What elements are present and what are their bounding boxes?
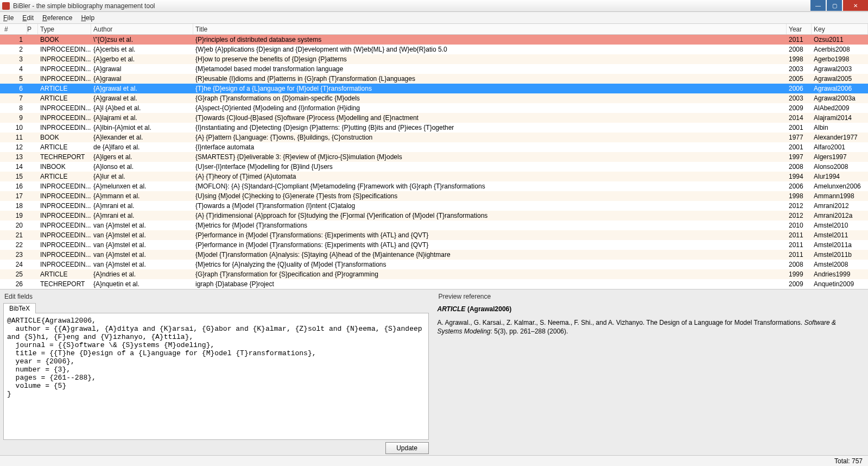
cell-col-title: {M}etrics for {A}nalyzing the {Q}uality … [193, 261, 787, 268]
menubar: File Edit Reference Help [0, 12, 868, 24]
table-row[interactable]: 11BOOK{A}lexander et al.{A} {P}attern {L… [0, 133, 868, 142]
cell-col-type: INPROCEEDIN... [38, 261, 91, 268]
cell-col-type: BOOK [38, 36, 91, 43]
menu-help[interactable]: Help [81, 14, 94, 22]
cell-col-author: van {A}mstel et al. [91, 251, 193, 259]
cell-col-type: TECHREPORT [38, 280, 91, 288]
table-row[interactable]: 16INPROCEEDIN...{A}melunxen et al.{MOFLO… [0, 181, 868, 191]
col-author[interactable]: Author [91, 24, 193, 34]
table-row[interactable]: 17INPROCEEDIN...{A}mmann et al.{U}sing {… [0, 191, 868, 201]
cell-col-author: {A}lajrami et al. [91, 114, 193, 122]
cell-col-key: Agrawal2003 [812, 65, 868, 73]
cell-col-type: ARTICLE [38, 95, 91, 102]
table-row[interactable]: 7ARTICLE{A}grawal et al.{G}raph {T}ransf… [0, 93, 868, 103]
cell-col-title: {T}owards a {M}odel {T}ransformation {I}… [193, 202, 787, 210]
table-row[interactable]: 5INPROCEEDIN...{A}grawal{R}eusable {I}di… [0, 74, 868, 84]
minimize-button[interactable]: ― [810, 0, 826, 11]
col-year[interactable]: Year [787, 24, 812, 34]
cell-col-type: ARTICLE [38, 143, 91, 151]
cell-col-num: 24 [0, 261, 27, 268]
edit-pane: Edit fields BibTeX Update [0, 289, 432, 455]
table-row[interactable]: 3INPROCEEDIN...{A}gerbo et al.{H}ow to p… [0, 54, 868, 64]
table-row[interactable]: 4INPROCEEDIN...{A}grawal{M}etamodel base… [0, 64, 868, 74]
col-title[interactable]: Title [193, 24, 787, 34]
cell-col-year: 1997 [787, 153, 812, 161]
cell-col-author: de {A}lfaro et al. [91, 143, 193, 151]
table-body[interactable]: 1BOOK\"{O}zsu et al.{P}rinciples of dist… [0, 35, 868, 289]
table-row[interactable]: 22INPROCEEDIN...van {A}mstel et al.{P}er… [0, 240, 868, 250]
cell-col-key: Alur1994 [812, 173, 868, 180]
cell-col-num: 18 [0, 202, 27, 210]
cell-col-author: {A}grawal et al. [91, 95, 193, 102]
cell-col-num: 20 [0, 222, 27, 229]
cell-col-author: {A}lbin-{A}miot et al. [91, 124, 193, 131]
table-row[interactable]: 1BOOK\"{O}zsu et al.{P}rinciples of dist… [0, 35, 868, 45]
bibtex-textarea[interactable] [4, 313, 428, 439]
table-row[interactable]: 13TECHREPORT{A}lgers et al.{SMARTEST} {D… [0, 152, 868, 162]
cell-col-year: 2011 [787, 36, 812, 43]
window-title: BiBler - the simple bibliography managem… [13, 2, 155, 10]
preview-text-1: A. Agrawal., G. Karsai., Z. Kalmar., S. … [438, 319, 804, 326]
cell-col-type: TECHREPORT [38, 153, 91, 161]
cell-col-key: Agrawal2005 [812, 75, 868, 83]
cell-col-year: 2003 [787, 65, 812, 73]
maximize-button[interactable]: ▢ [827, 0, 842, 11]
cell-col-author: {A}nquetin et al. [91, 280, 193, 288]
cell-col-num: 23 [0, 251, 27, 259]
table-row[interactable]: 8INPROCEEDIN...{A}l {A}bed et al.{A}spec… [0, 103, 868, 113]
table-row[interactable]: 12ARTICLEde {A}lfaro et al.{I}nterface a… [0, 142, 868, 152]
cell-col-num: 1 [0, 36, 27, 43]
col-p[interactable]: P [27, 24, 38, 34]
cell-col-year: 2001 [787, 143, 812, 151]
cell-col-year: 2006 [787, 85, 812, 92]
cell-col-title: {T}owards {C}loud-{B}ased {S}oftware {P}… [193, 114, 787, 122]
cell-col-title: {A} {P}attern {L}anguage: {T}owns, {B}ui… [193, 134, 787, 141]
cell-col-num: 12 [0, 143, 27, 151]
table-row[interactable]: 19INPROCEEDIN...{A}mrani et al.{A} {T}ri… [0, 211, 868, 221]
close-button[interactable]: ✕ [843, 0, 868, 11]
cell-col-title: {MOFLON}: {A} {S}tandard-{C}ompliant {M}… [193, 182, 787, 190]
cell-col-key: Ozsu2011 [812, 36, 868, 43]
cell-col-type: INPROCEEDIN... [38, 182, 91, 190]
cell-col-year: 1994 [787, 173, 812, 180]
menu-reference[interactable]: Reference [42, 14, 72, 22]
table-row[interactable]: 9INPROCEEDIN...{A}lajrami et al.{T}oward… [0, 113, 868, 123]
col-num[interactable]: # [0, 24, 27, 34]
cell-col-title: {I}nterface automata [193, 143, 787, 151]
menu-edit[interactable]: Edit [22, 14, 34, 22]
cell-col-title: {P}erformance in {M}odel {T}ransformatio… [193, 241, 787, 249]
table-row[interactable]: 15ARTICLE{A}lur et al.{A} {T}heory of {T… [0, 172, 868, 181]
cell-col-type: INPROCEEDIN... [38, 231, 91, 239]
cell-col-author: van {A}mstel et al. [91, 241, 193, 249]
table-row[interactable]: 18INPROCEEDIN...{A}mrani et al.{T}owards… [0, 201, 868, 211]
table-row[interactable]: 24INPROCEEDIN...van {A}mstel et al.{M}et… [0, 260, 868, 269]
table-row[interactable]: 6ARTICLE{A}grawal et al.{T}he {D}esign o… [0, 84, 868, 93]
cell-col-key: AlAbed2009 [812, 104, 868, 112]
titlebar: BiBler - the simple bibliography managem… [0, 0, 868, 12]
cell-col-author: {A}mmann et al. [91, 192, 193, 200]
table-row[interactable]: 14INBOOK{A}lonso et al.{U}ser-{I}nterfac… [0, 162, 868, 172]
tab-bibtex[interactable]: BibTeX [3, 303, 36, 313]
cell-col-key: Andries1999 [812, 270, 868, 278]
cell-col-title: {P}erformance in {M}odel {T}ransformatio… [193, 231, 787, 239]
table-row[interactable]: 2INPROCEEDIN...{A}cerbis et al.{W}eb {A}… [0, 45, 868, 54]
cell-col-title: {M}odel {T}ransformation {A}nalysis: {S}… [193, 251, 787, 259]
cell-col-type: INPROCEEDIN... [38, 251, 91, 259]
preview-type: ARTICLE [438, 305, 466, 313]
table-row[interactable]: 21INPROCEEDIN...van {A}mstel et al.{P}er… [0, 230, 868, 240]
col-key[interactable]: Key [812, 24, 868, 34]
menu-file[interactable]: File [3, 14, 14, 22]
cell-col-type: ARTICLE [38, 270, 91, 278]
cell-col-author: {A}grawal [91, 65, 193, 73]
cell-col-key: Alajrami2014 [812, 114, 868, 122]
cell-col-num: 16 [0, 182, 27, 190]
table-row[interactable]: 23INPROCEEDIN...van {A}mstel et al.{M}od… [0, 250, 868, 260]
cell-col-key: Amrani2012a [812, 212, 868, 219]
col-type[interactable]: Type [38, 24, 91, 34]
update-button[interactable]: Update [385, 442, 429, 454]
table-row[interactable]: 20INPROCEEDIN...van {A}mstel et al.{M}et… [0, 221, 868, 230]
table-row[interactable]: 25ARTICLE{A}ndries et al.{G}raph {T}rans… [0, 269, 868, 279]
cell-col-key: Anquetin2009 [812, 280, 868, 288]
table-row[interactable]: 26TECHREPORT{A}nquetin et al.igraph {D}a… [0, 279, 868, 289]
table-row[interactable]: 10INPROCEEDIN...{A}lbin-{A}miot et al.{I… [0, 123, 868, 133]
